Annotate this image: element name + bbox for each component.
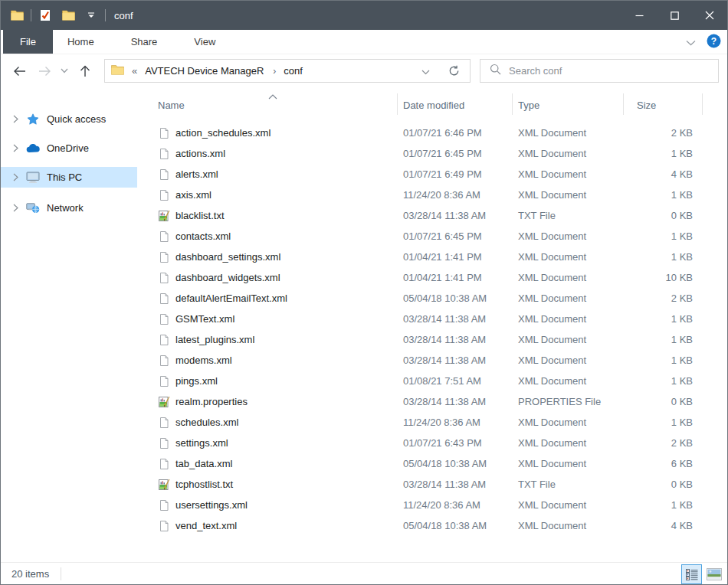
file-row[interactable]: dashboard_settings.xml01/04/21 1:41 PMXM… xyxy=(137,247,728,268)
window-title: conf xyxy=(114,10,133,21)
file-row[interactable]: blacklist.txt03/28/14 11:38 AMTXT File0 … xyxy=(137,206,728,227)
file-size: 2 KB xyxy=(597,292,693,304)
file-row[interactable]: action_schedules.xml01/07/21 6:46 PMXML … xyxy=(137,123,728,144)
file-date-modified: 05/04/18 10:38 AM xyxy=(403,458,487,469)
tab-home[interactable]: Home xyxy=(54,30,107,54)
file-row[interactable]: latest_plugins.xml03/28/14 11:38 AMXML D… xyxy=(137,330,728,351)
close-button[interactable] xyxy=(692,1,727,30)
expand-chevron-icon[interactable] xyxy=(10,144,21,152)
file-name: contacts.xml xyxy=(175,230,231,242)
column-header-date-modified[interactable]: Date modified xyxy=(403,94,464,116)
status-bar: 20 items xyxy=(1,562,727,585)
file-name: vend_text.xml xyxy=(175,520,237,531)
file-row[interactable]: pings.xml01/08/21 7:51 AMXML Document1 K… xyxy=(137,371,728,392)
file-size: 1 KB xyxy=(597,334,693,345)
sidebar-item-quick-access[interactable]: Quick access xyxy=(1,109,137,129)
file-row[interactable]: actions.xml01/07/21 6:45 PMXML Document1… xyxy=(137,144,728,165)
tab-view[interactable]: View xyxy=(181,30,228,54)
file-name: latest_plugins.xml xyxy=(175,334,254,345)
file-row[interactable]: settings.xml01/07/21 6:43 PMXML Document… xyxy=(137,433,728,454)
sidebar-item-this-pc[interactable]: This PC xyxy=(1,167,137,188)
column-header-name[interactable]: Name xyxy=(158,94,185,116)
file-size: 0 KB xyxy=(597,210,693,221)
address-bar[interactable]: « AVTECH Device ManageR › conf xyxy=(104,59,438,83)
expand-chevron-icon[interactable] xyxy=(10,115,21,123)
maximize-button[interactable] xyxy=(657,1,692,30)
file-row[interactable]: axis.xml11/24/20 8:36 AMXML Document1 KB xyxy=(137,185,728,206)
file-row[interactable]: alerts.xml01/07/21 6:49 PMXML Document4 … xyxy=(137,165,728,185)
this-pc-monitor-icon xyxy=(26,172,40,184)
file-date-modified: 01/07/21 6:43 PM xyxy=(403,437,482,449)
column-header-type[interactable]: Type xyxy=(518,94,539,116)
file-type: XML Document xyxy=(518,313,586,325)
file-row[interactable]: realm.properties03/28/14 11:38 AMPROPERT… xyxy=(137,392,728,413)
file-row[interactable]: dashboard_widgets.xml01/04/21 1:41 PMXML… xyxy=(137,268,728,289)
file-row[interactable]: schedules.xml11/24/20 8:36 AMXML Documen… xyxy=(137,413,728,433)
file-type: XML Document xyxy=(518,355,586,366)
search-input[interactable] xyxy=(509,65,718,77)
file-date-modified: 03/28/14 11:38 AM xyxy=(403,210,486,221)
file-row[interactable]: tab_data.xml05/04/18 10:38 AMXML Documen… xyxy=(137,454,728,475)
file-name: modems.xml xyxy=(175,355,232,366)
column-divider[interactable] xyxy=(702,93,703,115)
column-divider[interactable] xyxy=(623,93,624,115)
file-name: pings.xml xyxy=(175,375,218,387)
file-row[interactable]: modems.xml03/28/14 11:38 AMXML Document1… xyxy=(137,351,728,371)
doc-file-icon xyxy=(158,437,170,449)
breadcrumb-separator[interactable]: › xyxy=(273,66,276,77)
new-folder-icon[interactable] xyxy=(61,9,75,21)
properties-icon[interactable] xyxy=(38,9,52,21)
customize-toolbar-chevron-icon[interactable] xyxy=(84,9,98,21)
column-divider[interactable] xyxy=(397,93,398,115)
file-row[interactable]: contacts.xml01/07/21 6:45 PMXML Document… xyxy=(137,227,728,247)
doc-file-icon xyxy=(158,272,170,284)
column-divider[interactable] xyxy=(512,93,513,115)
file-type: PROPERTIES File xyxy=(518,396,601,407)
search-icon xyxy=(490,64,501,78)
search-box[interactable] xyxy=(480,59,719,83)
file-row[interactable]: vend_text.xml05/04/18 10:38 AMXML Docume… xyxy=(137,516,728,537)
back-button[interactable] xyxy=(8,60,30,83)
sidebar-item-onedrive[interactable]: OneDrive xyxy=(1,138,137,159)
file-row[interactable]: usersettings.xml11/24/20 8:36 AMXML Docu… xyxy=(137,495,728,516)
file-row[interactable]: defaultAlertEmailText.xml05/04/18 10:38 … xyxy=(137,289,728,309)
large-icons-view-button[interactable] xyxy=(706,567,722,580)
file-date-modified: 03/28/14 11:38 AM xyxy=(403,334,486,345)
sort-ascending-icon[interactable] xyxy=(268,89,277,103)
file-date-modified: 01/07/21 6:49 PM xyxy=(403,168,482,180)
address-dropdown-chevron-icon[interactable] xyxy=(421,64,430,78)
file-date-modified: 01/07/21 6:46 PM xyxy=(403,127,482,139)
doc-file-icon xyxy=(158,458,170,470)
breadcrumb-current[interactable]: conf xyxy=(284,65,303,77)
expand-chevron-icon[interactable] xyxy=(10,204,21,212)
file-date-modified: 01/04/21 1:41 PM xyxy=(403,272,482,283)
refresh-button[interactable] xyxy=(438,59,471,83)
sidebar-item-label: Quick access xyxy=(47,113,106,125)
minimize-button[interactable] xyxy=(621,1,657,30)
minimize-ribbon-chevron-icon[interactable] xyxy=(686,35,696,49)
file-row[interactable]: tcphostlist.txt03/28/14 11:38 AMTXT File… xyxy=(137,475,728,495)
network-icon xyxy=(26,202,40,214)
quick-access-star-icon xyxy=(26,113,40,126)
sidebar-item-network[interactable]: Network xyxy=(1,198,137,218)
details-view-button[interactable] xyxy=(681,564,702,584)
recent-locations-chevron-icon[interactable] xyxy=(57,60,72,83)
tab-share[interactable]: Share xyxy=(118,30,171,54)
tab-file[interactable]: File xyxy=(3,30,53,54)
doc-file-icon xyxy=(158,375,170,387)
help-icon[interactable]: ? xyxy=(707,34,721,51)
file-name: tcphostlist.txt xyxy=(175,479,233,490)
forward-button[interactable] xyxy=(34,60,55,83)
file-name: tab_data.xml xyxy=(175,458,232,469)
doc-file-icon xyxy=(158,292,170,305)
titlebar-divider xyxy=(31,9,31,21)
column-header-size[interactable]: Size xyxy=(637,94,656,116)
file-list-pane: Name Date modified Type Size action_sche… xyxy=(137,87,728,562)
file-size: 1 KB xyxy=(597,251,693,263)
breadcrumb-truncation[interactable]: « xyxy=(132,65,137,77)
breadcrumb-root[interactable]: AVTECH Device ManageR xyxy=(143,65,265,77)
expand-chevron-icon[interactable] xyxy=(10,173,21,181)
file-row[interactable]: GSMText.xml03/28/14 11:38 AMXML Document… xyxy=(137,309,728,330)
up-button[interactable] xyxy=(74,60,96,83)
file-type: XML Document xyxy=(518,292,586,304)
